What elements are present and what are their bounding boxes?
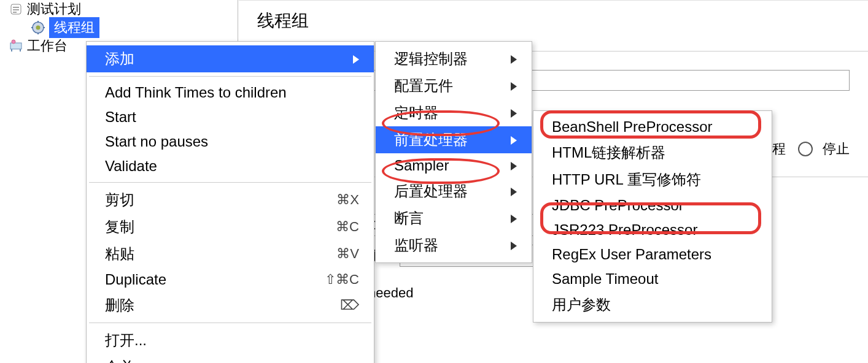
menu-label: Sampler <box>394 157 449 174</box>
menu-add[interactable]: 添加 <box>87 45 374 72</box>
menu-http-url-rewrite[interactable]: HTTP URL 重写修饰符 <box>533 166 772 193</box>
menu-separator <box>89 76 371 77</box>
menu-label: 粘贴 <box>105 244 134 264</box>
menu-shortcut: ⇧⌘C <box>325 272 359 288</box>
tree-label: 测试计划 <box>27 0 81 18</box>
menu-shortcut: ⌘C <box>336 219 359 235</box>
menu-shortcut: ⌘X <box>336 192 359 208</box>
menu-label: HTML链接解析器 <box>552 143 665 162</box>
tree-label-selected: 线程组 <box>49 17 99 38</box>
menu-copy[interactable]: 复制 ⌘C <box>87 213 374 240</box>
submenu-arrow-icon <box>511 104 517 121</box>
menu-timer[interactable]: 定时器 <box>376 99 532 126</box>
menu-listener[interactable]: 监听器 <box>376 232 532 259</box>
submenu-arrow-icon <box>511 210 517 227</box>
menu-separator <box>89 182 371 183</box>
menu-label: RegEx User Parameters <box>552 246 711 263</box>
context-menu-2: 逻辑控制器 配置元件 定时器 前置处理器 Sampler 后置处理器 断言 监听… <box>375 41 532 263</box>
menu-jdbc-preprocessor[interactable]: JDBC PreProcessor <box>533 193 772 218</box>
submenu-arrow-icon <box>511 157 517 174</box>
menu-label: 复制 <box>105 217 134 237</box>
menu-label: 剪切 <box>105 190 134 210</box>
radio-label: 程 <box>772 140 786 158</box>
submenu-arrow-icon <box>511 50 517 67</box>
menu-sampler[interactable]: Sampler <box>376 153 532 178</box>
tree-node-testplan[interactable]: 测试计划 <box>0 0 238 18</box>
menu-shortcut: ⌦ <box>340 297 359 313</box>
menu-label: BeanShell PreProcessor <box>552 118 712 136</box>
menu-pre-processor[interactable]: 前置处理器 <box>376 126 532 153</box>
menu-label: 监听器 <box>394 235 438 255</box>
menu-cut[interactable]: 剪切 ⌘X <box>87 186 374 213</box>
menu-html-link-parser[interactable]: HTML链接解析器 <box>533 139 772 166</box>
menu-label: HTTP URL 重写修饰符 <box>552 170 701 189</box>
menu-label: 后置处理器 <box>394 182 468 201</box>
menu-sample-timeout[interactable]: Sample Timeout <box>533 267 772 291</box>
menu-label: Duplicate <box>105 271 166 288</box>
menu-label: 前置处理器 <box>394 130 468 150</box>
menu-label: Add Think Times to children <box>105 84 287 101</box>
svg-point-10 <box>12 40 15 44</box>
menu-label: Start no pauses <box>105 133 208 150</box>
menu-start[interactable]: Start <box>87 105 374 129</box>
context-menu-1: 添加 Add Think Times to children Start Sta… <box>86 41 374 363</box>
submenu-arrow-icon <box>511 131 517 148</box>
menu-label: 添加 <box>105 49 134 69</box>
menu-post-processor[interactable]: 后置处理器 <box>376 178 532 205</box>
menu-label: 用户参数 <box>552 295 611 315</box>
menu-add-think[interactable]: Add Think Times to children <box>87 80 374 105</box>
context-menu-3: BeanShell PreProcessor HTML链接解析器 HTTP UR… <box>533 110 772 323</box>
menu-label: 合并 <box>105 357 134 363</box>
menu-separator <box>89 323 371 323</box>
menu-assertions[interactable]: 断言 <box>376 205 532 232</box>
radio-stop-thread[interactable] <box>798 142 813 156</box>
gear-icon <box>31 20 45 35</box>
menu-open[interactable]: 打开... <box>87 327 374 354</box>
submenu-arrow-icon <box>511 183 517 200</box>
menu-shortcut: ⌘V <box>336 246 359 262</box>
testplan-icon <box>9 2 23 17</box>
menu-label: Sample Timeout <box>552 270 658 288</box>
menu-label: 删除 <box>105 296 134 315</box>
menu-jsr223-preprocessor[interactable]: JSR223 PreProcessor <box>533 218 772 242</box>
menu-label: Start <box>105 109 136 126</box>
menu-start-no-pauses[interactable]: Start no pauses <box>87 129 374 154</box>
submenu-arrow-icon <box>353 50 359 67</box>
menu-paste[interactable]: 粘贴 ⌘V <box>87 240 374 267</box>
svg-rect-7 <box>10 43 21 49</box>
menu-label: Validate <box>105 158 157 175</box>
menu-regex-user-params[interactable]: RegEx User Parameters <box>533 242 772 267</box>
menu-label: JSR223 PreProcessor <box>552 221 697 239</box>
tree-node-threadgroup[interactable]: 线程组 <box>0 18 238 37</box>
tree-label: 工作台 <box>27 37 68 55</box>
menu-config-element[interactable]: 配置元件 <box>376 72 532 99</box>
menu-label: JDBC PreProcessor <box>552 197 684 214</box>
menu-label: 定时器 <box>394 103 438 123</box>
menu-merge[interactable]: 合并 <box>87 354 374 363</box>
menu-logic-controller[interactable]: 逻辑控制器 <box>376 45 532 72</box>
menu-user-params[interactable]: 用户参数 <box>533 291 772 318</box>
submenu-arrow-icon <box>511 77 517 94</box>
page-title: 线程组 <box>257 9 850 32</box>
menu-label: 配置元件 <box>394 76 453 96</box>
menu-label: 逻辑控制器 <box>394 49 468 69</box>
workbench-icon <box>9 39 23 53</box>
menu-validate[interactable]: Validate <box>87 154 374 178</box>
menu-beanshell-preprocessor[interactable]: BeanShell PreProcessor <box>533 115 772 139</box>
radio-label: 停止 <box>823 140 850 158</box>
svg-point-2 <box>36 26 41 30</box>
submenu-arrow-icon <box>511 237 517 254</box>
menu-label: 断言 <box>394 208 424 228</box>
menu-delete[interactable]: 删除 ⌦ <box>87 292 374 319</box>
menu-label: 打开... <box>105 331 147 350</box>
menu-duplicate[interactable]: Duplicate ⇧⌘C <box>87 267 374 292</box>
